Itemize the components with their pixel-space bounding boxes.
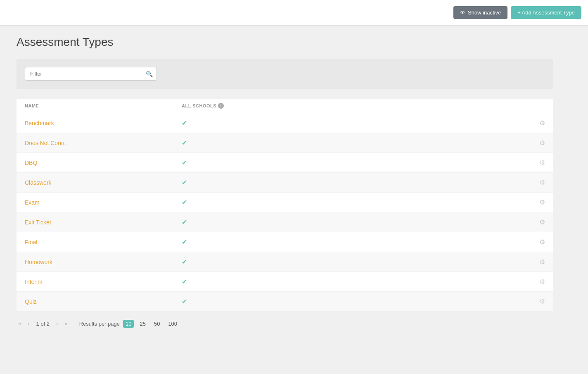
schools-info-icon[interactable]: i [218,103,224,109]
add-assessment-type-button[interactable]: + Add Assessment Type [511,6,581,19]
gear-icon[interactable]: ⚙ [539,119,545,126]
per-page-label: Results per page [79,321,120,327]
row-name[interactable]: Exit Ticket [25,219,182,226]
checkmark-icon: ✔ [182,278,187,285]
gear-icon[interactable]: ⚙ [539,139,545,146]
row-name[interactable]: Interim [25,279,182,285]
prev-page-button[interactable]: ‹ [26,320,31,328]
per-page-10[interactable]: 10 [123,320,134,328]
row-name[interactable]: DBQ [25,160,182,166]
show-inactive-button[interactable]: 👁 Show inactive [453,6,507,19]
gear-icon[interactable]: ⚙ [539,219,545,226]
table-header: NAME ALL SCHOOLS i [17,99,553,113]
page-title: Assessment Types [17,36,553,49]
gear-icon[interactable]: ⚙ [539,199,545,206]
filter-input-wrap: 🔍 [25,67,157,81]
table-row: Classwork ✔ ⚙ [17,173,553,193]
eye-icon: 👁 [460,10,465,16]
filter-bar: 🔍 [17,59,553,89]
row-actions: ⚙ [529,198,545,206]
gear-icon[interactable]: ⚙ [539,258,545,265]
checkmark-icon: ✔ [182,139,187,146]
row-name[interactable]: Classwork [25,179,182,186]
filter-input[interactable] [25,67,157,81]
gear-icon[interactable]: ⚙ [539,179,545,186]
row-name[interactable]: Quiz [25,298,182,305]
per-page-100[interactable]: 100 [166,320,180,328]
row-actions: ⚙ [529,179,545,186]
page-info: 1 of 2 [36,321,50,327]
row-actions: ⚙ [529,298,545,305]
row-name[interactable]: Benchmark [25,120,182,126]
row-schools: ✔ [182,159,529,167]
row-schools: ✔ [182,119,529,127]
row-actions: ⚙ [529,159,545,167]
row-name[interactable]: Does Not Count [25,140,182,146]
pagination: « ‹ 1 of 2 › » Results per page 10 25 50… [17,312,553,336]
row-actions: ⚙ [529,258,545,266]
main-content: Assessment Types 🔍 NAME ALL SCHOOLS i Be… [0,26,570,346]
row-schools: ✔ [182,139,529,147]
row-name[interactable]: Exam [25,199,182,206]
per-page-50[interactable]: 50 [152,320,162,328]
search-icon: 🔍 [146,71,153,77]
row-schools: ✔ [182,278,529,286]
top-bar: 👁 Show inactive + Add Assessment Type [0,0,588,26]
row-schools: ✔ [182,179,529,186]
per-page-25[interactable]: 25 [137,320,148,328]
checkmark-icon: ✔ [182,298,187,305]
last-page-button[interactable]: » [63,320,69,328]
table-row: DBQ ✔ ⚙ [17,153,553,173]
gear-icon[interactable]: ⚙ [539,159,545,166]
row-schools: ✔ [182,198,529,206]
row-schools: ✔ [182,298,529,305]
table-container: NAME ALL SCHOOLS i Benchmark ✔ ⚙ Does No… [17,99,553,312]
row-name[interactable]: Final [25,239,182,245]
table-body: Benchmark ✔ ⚙ Does Not Count ✔ ⚙ DBQ ✔ ⚙ [17,113,553,312]
col-schools-header: ALL SCHOOLS i [182,103,529,109]
table-row: Does Not Count ✔ ⚙ [17,133,553,153]
gear-icon[interactable]: ⚙ [539,278,545,285]
table-row: Benchmark ✔ ⚙ [17,113,553,133]
table-row: Quiz ✔ ⚙ [17,292,553,312]
table-row: Final ✔ ⚙ [17,232,553,252]
row-actions: ⚙ [529,119,545,127]
gear-icon[interactable]: ⚙ [539,238,545,245]
row-name[interactable]: Homework [25,259,182,265]
checkmark-icon: ✔ [182,258,187,265]
show-inactive-label: Show inactive [468,10,501,16]
row-actions: ⚙ [529,218,545,226]
gear-icon[interactable]: ⚙ [539,298,545,305]
checkmark-icon: ✔ [182,119,187,126]
first-page-button[interactable]: « [17,320,23,328]
row-actions: ⚙ [529,238,545,246]
row-schools: ✔ [182,258,529,266]
checkmark-icon: ✔ [182,219,187,226]
row-actions: ⚙ [529,278,545,286]
table-row: Exam ✔ ⚙ [17,193,553,212]
add-assessment-type-label: + Add Assessment Type [517,10,575,16]
checkmark-icon: ✔ [182,179,187,186]
row-schools: ✔ [182,218,529,226]
table-row: Exit Ticket ✔ ⚙ [17,212,553,232]
checkmark-icon: ✔ [182,159,187,166]
table-row: Interim ✔ ⚙ [17,272,553,292]
checkmark-icon: ✔ [182,238,187,245]
row-schools: ✔ [182,238,529,246]
checkmark-icon: ✔ [182,199,187,206]
row-actions: ⚙ [529,139,545,147]
table-row: Homework ✔ ⚙ [17,252,553,272]
col-name-header: NAME [25,103,182,108]
next-page-button[interactable]: › [55,320,59,328]
